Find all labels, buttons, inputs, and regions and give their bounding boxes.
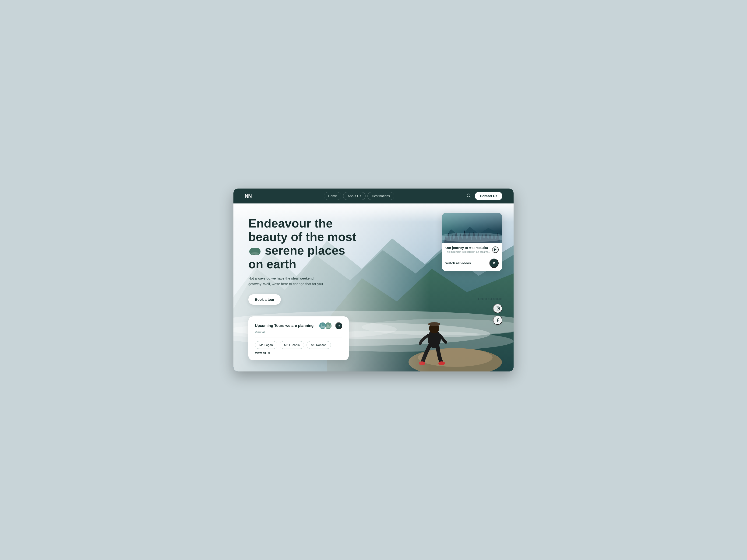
- hero-headline: Endeavour the beauty of the most serene …: [248, 216, 360, 271]
- hero-subtext: Not always do we have the ideal weekend …: [248, 275, 328, 287]
- mountain-pill-icon: [249, 248, 260, 255]
- instagram-button[interactable]: [493, 304, 503, 313]
- tour-tag-robson[interactable]: Mt. Robson: [307, 341, 331, 349]
- watch-all-button[interactable]: [489, 259, 499, 268]
- tour-tag-logan[interactable]: Mt. Logan: [255, 341, 277, 349]
- tours-view-all-tag[interactable]: View all: [255, 351, 270, 355]
- svg-line-50: [268, 352, 269, 354]
- video-info: Our journey to Mt. Potalaka The mountain…: [442, 243, 503, 256]
- contact-us-button[interactable]: Contact Us: [475, 192, 503, 200]
- svg-line-41: [493, 263, 495, 264]
- tours-title: Upcoming Tours we are planning: [255, 324, 313, 328]
- svg-line-1: [470, 196, 471, 197]
- nav-about[interactable]: About Us: [343, 192, 365, 200]
- nav-destinations[interactable]: Destinations: [367, 192, 394, 200]
- svg-point-39: [442, 233, 503, 242]
- video-text: Our journey to Mt. Potalaka The mountain…: [445, 246, 490, 253]
- navbar: NN Home About Us Destinations Contact Us: [233, 189, 514, 204]
- logo: NN: [244, 193, 252, 199]
- nav-right: Contact Us: [466, 192, 503, 200]
- svg-marker-40: [494, 248, 496, 251]
- socials-panel: Link to our socials: [478, 297, 503, 325]
- nav-home[interactable]: Home: [324, 192, 341, 200]
- svg-point-15: [438, 362, 445, 365]
- watch-all-row: Watch all videos: [442, 256, 503, 271]
- svg-point-0: [467, 194, 470, 197]
- tours-card: Upcoming Tours we are planning: [248, 316, 349, 360]
- video-play-button[interactable]: [492, 246, 499, 253]
- svg-point-17: [428, 322, 440, 326]
- svg-point-44: [498, 307, 499, 308]
- tours-arrow-button[interactable]: [335, 322, 342, 329]
- video-title: Our journey to Mt. Potalaka: [445, 246, 490, 250]
- svg-line-49: [338, 325, 339, 326]
- hero-section: Endeavour the beauty of the most serene …: [233, 204, 514, 371]
- tours-card-header: Upcoming Tours we are planning: [255, 322, 342, 329]
- search-icon[interactable]: [466, 193, 471, 199]
- tours-view-all-link[interactable]: View all: [255, 330, 342, 334]
- tours-avatar-1: [319, 322, 326, 329]
- socials-label: Link to our socials: [478, 297, 503, 300]
- tours-divider: [255, 337, 342, 338]
- svg-point-21: [251, 252, 259, 255]
- video-thumbnail: [442, 213, 503, 243]
- watch-all-text[interactable]: Watch all videos: [445, 261, 471, 265]
- nav-links: Home About Us Destinations: [324, 192, 394, 200]
- svg-rect-42: [496, 307, 499, 310]
- tours-tags: Mt. Logan Mt. Lucania Mt. Robson View al…: [255, 341, 342, 355]
- video-card: Our journey to Mt. Potalaka The mountain…: [442, 213, 503, 271]
- video-thumbnail-trees-icon: [442, 224, 503, 243]
- facebook-button[interactable]: [493, 316, 503, 325]
- svg-point-43: [497, 308, 499, 310]
- svg-point-14: [419, 362, 425, 365]
- tour-tag-lucania[interactable]: Mt. Lucania: [280, 341, 304, 349]
- video-subtitle: The mountain is located in an area wi...: [445, 250, 490, 253]
- tours-card-icons: [319, 322, 342, 329]
- book-a-tour-button[interactable]: Book a tour: [248, 294, 281, 305]
- browser-frame: NN Home About Us Destinations Contact Us: [233, 189, 514, 371]
